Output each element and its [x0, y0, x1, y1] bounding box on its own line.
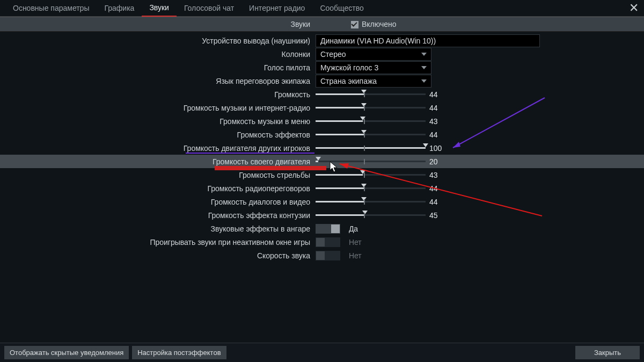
row-volume: Громкость 44 — [0, 88, 644, 101]
row-dialogs: Громкость диалогов и видео 44 — [0, 195, 644, 208]
row-contusion: Громкость эффекта контузии 45 — [0, 208, 644, 222]
row-output-device: Устройство вывода (наушники) Динамики (V… — [0, 34, 644, 47]
tabs-bar: Основные параметры Графика Звуки Голосов… — [0, 0, 644, 17]
row-sound-speed: Скорость звука Нет — [0, 249, 644, 262]
chevron-down-icon — [421, 79, 427, 83]
row-effects: Громкость эффектов 44 — [0, 128, 644, 141]
row-inactive-audio: Проигрывать звуки при неактивном окне иг… — [0, 235, 644, 249]
tab-sounds[interactable]: Звуки — [142, 0, 177, 17]
sounds-master-value[interactable]: Включено — [313, 20, 397, 28]
row-crew-lang: Язык переговоров экипажа Страна экипажа — [0, 74, 644, 88]
row-menu-music: Громкость музыки в меню 43 — [0, 114, 644, 128]
sounds-master-label: Звуки — [0, 20, 313, 28]
toggle-hangar-fx[interactable] — [316, 224, 340, 234]
checkbox-icon — [351, 21, 358, 28]
btn-close[interactable]: Закрыть — [575, 346, 640, 359]
chevron-down-icon — [421, 66, 427, 69]
row-radio: Громкость радиопереговоров 44 — [0, 182, 644, 195]
close-icon[interactable]: ✕ — [629, 1, 639, 15]
slider-gunfire[interactable]: 43 — [316, 169, 541, 181]
tab-main[interactable]: Основные параметры — [5, 0, 97, 16]
slider-own-engine[interactable]: 20 — [316, 156, 541, 168]
row-hangar-fx: Звуковые эффекты в ангаре Да — [0, 222, 644, 235]
dropdown-crew-lang[interactable]: Страна экипажа — [316, 75, 431, 88]
slider-effects[interactable]: 44 — [316, 129, 541, 141]
tab-graphics[interactable]: Графика — [97, 0, 142, 16]
chevron-down-icon — [421, 53, 427, 56]
row-music-radio: Громкость музыки и интернет-радио 44 — [0, 101, 644, 114]
tab-community[interactable]: Сообщество — [312, 0, 371, 16]
dropdown-output-device[interactable]: Динамики (VIA HD Audio(Win 10)) — [316, 34, 540, 47]
row-pilot-voice: Голос пилота Мужской голос 3 — [0, 61, 644, 74]
dropdown-pilot-voice[interactable]: Мужской голос 3 — [316, 61, 431, 74]
tab-voicechat[interactable]: Голосовой чат — [177, 0, 241, 16]
toggle-sound-speed[interactable] — [316, 251, 340, 260]
slider-volume[interactable]: 44 — [316, 89, 541, 100]
slider-dialogs[interactable]: 44 — [316, 196, 541, 208]
dropdown-speakers[interactable]: Стерео — [316, 48, 431, 61]
settings-list: Устройство вывода (наушники) Динамики (V… — [0, 32, 644, 262]
slider-others-engine[interactable]: 100 — [316, 142, 541, 154]
slider-radio[interactable]: 44 — [316, 183, 541, 194]
slider-music-radio[interactable]: 44 — [316, 102, 541, 114]
row-others-engine: Громкость двигателя других игроков 100 — [0, 141, 644, 155]
btn-show-hidden[interactable]: Отображать скрытые уведомления — [4, 346, 129, 359]
tab-radio[interactable]: Интернет радио — [241, 0, 312, 16]
slider-contusion[interactable]: 45 — [316, 209, 541, 221]
btn-postfx[interactable]: Настройка постэффектов — [132, 346, 226, 359]
slider-menu-music[interactable]: 43 — [316, 115, 541, 127]
toggle-inactive-audio[interactable] — [316, 237, 340, 247]
bottom-bar: Отображать скрытые уведомления Настройка… — [0, 343, 644, 362]
annotation-red-underline — [215, 166, 326, 170]
annotation-purple-underline — [186, 153, 314, 154]
row-speakers: Колонки Стерео — [0, 47, 644, 61]
sounds-master-row: Звуки Включено — [0, 17, 644, 32]
